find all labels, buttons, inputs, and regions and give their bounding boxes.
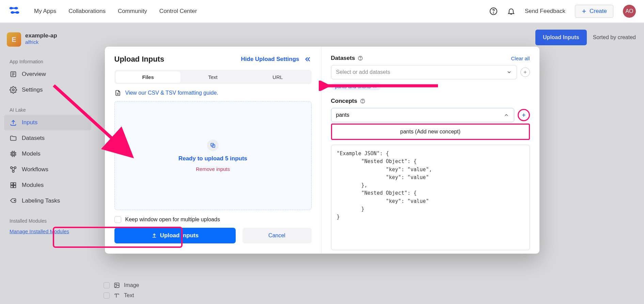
bell-icon[interactable]	[507, 7, 515, 15]
svg-point-14	[12, 171, 14, 173]
hide-upload-settings-toggle[interactable]: Hide Upload Settings	[241, 55, 312, 63]
cancel-button[interactable]: Cancel	[242, 228, 312, 243]
chevron-double-left-icon	[304, 55, 312, 63]
app-user-link[interactable]: alfrick	[25, 39, 57, 45]
svg-point-19	[14, 200, 15, 201]
modal-title: Upload Inputs	[114, 55, 164, 64]
svg-rect-4	[11, 7, 16, 9]
chevron-up-icon	[504, 112, 509, 118]
top-nav: My Apps Collaborations Community Control…	[0, 0, 644, 23]
info-icon[interactable]	[358, 55, 363, 61]
sort-label[interactable]: Sorted by created	[593, 34, 636, 41]
manage-installed-modules-link[interactable]: Manage Installed Modules	[4, 226, 91, 237]
checkbox-icon[interactable]	[104, 292, 110, 299]
sidebar-item-inputs[interactable]: Inputs	[4, 115, 91, 130]
datasets-select[interactable]: Select or add datasets	[331, 65, 517, 79]
svg-rect-11	[12, 153, 14, 155]
svg-point-27	[362, 102, 363, 102]
sidebar-item-datasets[interactable]: Datasets	[4, 130, 91, 146]
sidebar-item-label: Datasets	[22, 135, 45, 142]
copy-icon	[207, 140, 219, 151]
keep-open-label: Keep window open for multiple uploads	[125, 217, 220, 223]
upload-icon	[151, 233, 157, 239]
clear-all-link[interactable]: Clear all	[511, 55, 530, 61]
sidebar-item-labeling-tasks[interactable]: Labeling Tasks	[4, 193, 91, 209]
svg-point-13	[14, 167, 16, 169]
filter-label: Image	[124, 282, 139, 288]
svg-rect-16	[14, 183, 16, 185]
add-concept-button[interactable]	[518, 109, 530, 121]
svg-rect-18	[14, 186, 16, 188]
metadata-json-box[interactable]: "Example JSON": { "Nested Object": { "ke…	[331, 145, 530, 250]
concepts-input[interactable]	[336, 112, 504, 118]
image-icon	[114, 282, 120, 288]
file-icon	[114, 90, 121, 96]
sidebar-item-label: Inputs	[22, 119, 37, 126]
sidebar-item-label: Labeling Tasks	[22, 197, 60, 204]
sidebar-section-app-info: App Information	[4, 57, 91, 66]
upload-button-label: Upload inputs	[160, 232, 199, 239]
datasets-section-title: Datasets	[331, 55, 363, 62]
sidebar-item-models[interactable]: Models	[4, 146, 91, 162]
filter-row-image[interactable]: Image	[99, 280, 191, 290]
svg-point-9	[12, 89, 14, 91]
nav-my-apps[interactable]: My Apps	[34, 8, 56, 15]
nav-community[interactable]: Community	[118, 8, 147, 15]
hide-label: Hide Upload Settings	[241, 56, 299, 63]
concept-dropdown-option[interactable]: pants (Add new concept)	[331, 124, 530, 140]
chevron-down-icon	[506, 69, 512, 75]
nav-collaborations[interactable]: Collaborations	[68, 8, 106, 15]
tab-url[interactable]: URL	[245, 71, 310, 83]
sidebar: E example-ap alfrick App Information Ove…	[0, 23, 95, 304]
svg-point-12	[11, 167, 13, 169]
concepts-input-wrapper[interactable]	[331, 108, 514, 122]
sidebar-item-overview[interactable]: Overview	[4, 66, 91, 82]
create-button-label: Create	[590, 8, 607, 15]
keep-open-checkbox[interactable]	[114, 216, 121, 223]
info-icon[interactable]	[360, 98, 365, 104]
chip-remove-icon[interactable]: ✕	[373, 84, 377, 89]
svg-point-21	[115, 284, 116, 285]
dropzone[interactable]: Ready to upload 5 inputs Remove inputs	[114, 101, 312, 210]
remove-inputs-link[interactable]: Remove inputs	[196, 166, 230, 172]
app-name: example-ap	[25, 32, 57, 39]
sidebar-section-installed: Installed Modules	[4, 216, 91, 226]
send-feedback-link[interactable]: Send Feedback	[525, 8, 565, 15]
sidebar-item-label: Overview	[22, 71, 46, 78]
help-icon[interactable]	[489, 7, 498, 15]
logo[interactable]	[8, 5, 20, 17]
concepts-section-title: Concepts	[331, 98, 530, 105]
svg-point-25	[360, 59, 361, 60]
text-icon	[114, 292, 120, 299]
chip-label: pants-and-shorts	[335, 84, 371, 89]
upload-inputs-submit-button[interactable]: Upload inputs	[114, 228, 236, 243]
datasets-placeholder: Select or add datasets	[336, 69, 390, 75]
filter-panel: Image Text	[99, 280, 191, 301]
filter-row-text[interactable]: Text	[99, 290, 191, 301]
app-icon: E	[7, 32, 21, 47]
checkbox-icon[interactable]	[104, 282, 110, 288]
dataset-chip: pants-and-shorts ✕	[331, 83, 381, 90]
upload-inputs-button[interactable]: Upload Inputs	[535, 30, 587, 45]
upload-tabs: Files Text URL	[114, 70, 312, 84]
avatar[interactable]: AO	[623, 5, 636, 18]
csv-formatting-guide-link[interactable]: View our CSV & TSV formatting guide.	[125, 90, 218, 96]
sidebar-item-settings[interactable]: Settings	[4, 82, 91, 98]
tab-text[interactable]: Text	[180, 71, 245, 83]
add-dataset-button[interactable]	[520, 67, 530, 77]
svg-point-7	[493, 13, 494, 13]
sidebar-item-label: Settings	[22, 86, 43, 93]
sidebar-item-label: Models	[22, 150, 41, 157]
svg-rect-15	[11, 183, 13, 185]
nav-control-center[interactable]: Control Center	[159, 8, 197, 15]
upload-inputs-modal: Upload Inputs Hide Upload Settings Files…	[105, 47, 539, 254]
svg-rect-5	[12, 12, 18, 13]
ready-to-upload-text: Ready to upload 5 inputs	[178, 155, 247, 162]
svg-rect-10	[12, 152, 15, 156]
sidebar-section-ai-lake: AI Lake	[4, 105, 91, 115]
create-button[interactable]: Create	[575, 5, 613, 18]
tab-files[interactable]: Files	[116, 71, 180, 83]
sidebar-item-label: Modules	[22, 182, 44, 189]
sidebar-item-modules[interactable]: Modules	[4, 177, 91, 193]
sidebar-item-workflows[interactable]: Workflows	[4, 162, 91, 177]
